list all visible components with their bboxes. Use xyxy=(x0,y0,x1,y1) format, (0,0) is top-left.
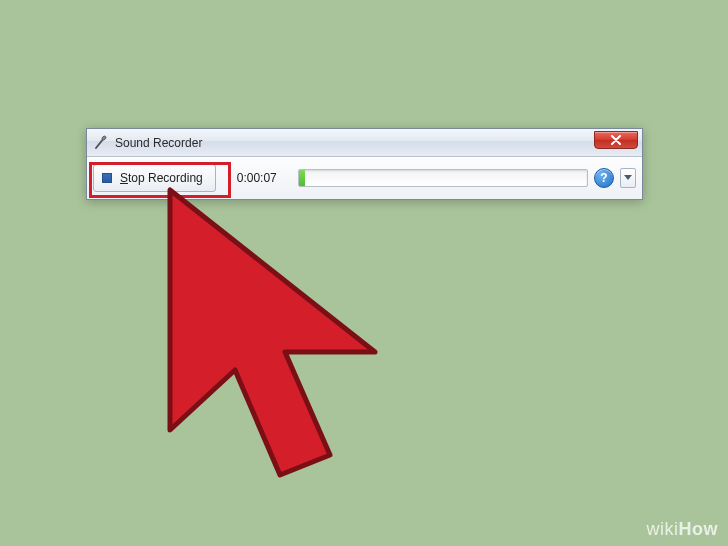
watermark: wikiHow xyxy=(647,519,719,540)
microphone-icon xyxy=(93,135,109,151)
close-icon xyxy=(610,135,622,145)
stop-recording-label: Stop Recording xyxy=(120,171,203,185)
client-area: Stop Recording 0:00:07 ? xyxy=(87,157,642,199)
stop-icon xyxy=(102,173,112,183)
stop-button-wrap: Stop Recording xyxy=(93,164,216,192)
audio-level-meter xyxy=(298,169,588,187)
options-dropdown-button[interactable] xyxy=(620,168,636,188)
window-title: Sound Recorder xyxy=(115,136,202,150)
sound-recorder-window: Sound Recorder Stop Recording 0:00:07 ? xyxy=(86,128,643,200)
elapsed-time: 0:00:07 xyxy=(222,171,292,185)
audio-level-fill xyxy=(299,170,305,186)
titlebar[interactable]: Sound Recorder xyxy=(87,129,642,157)
cursor-pointer-illustration xyxy=(150,180,410,490)
help-button[interactable]: ? xyxy=(594,168,614,188)
stop-recording-button[interactable]: Stop Recording xyxy=(93,164,216,192)
chevron-down-icon xyxy=(624,175,632,181)
close-button[interactable] xyxy=(594,131,638,149)
